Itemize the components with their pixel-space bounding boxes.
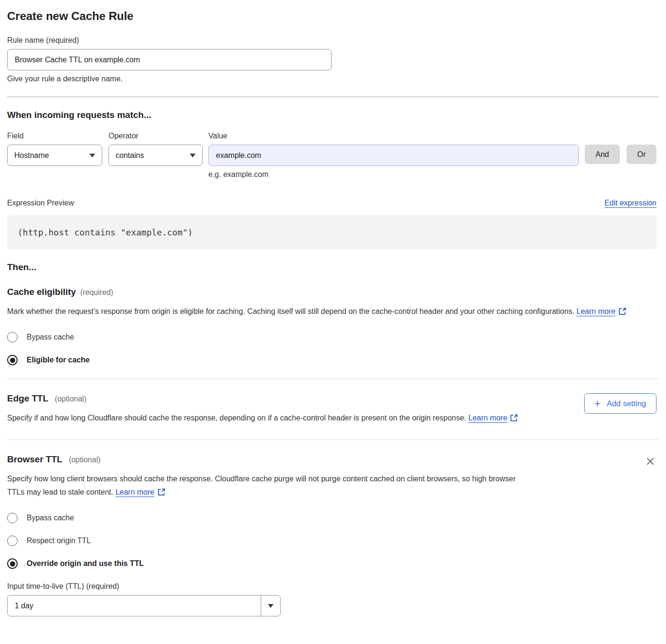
radio-option-eligible-for-cache[interactable]: Eligible for cache <box>7 355 656 365</box>
ttl-select-arrow[interactable] <box>261 595 280 616</box>
cache-eligibility-description: Mark whether the request’s response from… <box>7 305 645 320</box>
radio-icon[interactable] <box>7 355 18 365</box>
chevron-down-icon <box>190 154 196 157</box>
section-divider <box>7 97 659 97</box>
section-divider <box>7 379 659 379</box>
radio-option-bypass-cache-browser[interactable]: Bypass cache <box>7 513 656 523</box>
or-button[interactable]: Or <box>627 145 656 164</box>
value-helper: e.g. example.com <box>208 170 579 179</box>
expression-code: (http.host contains "example.com") <box>18 227 193 237</box>
expression-code-box: (http.host contains "example.com") <box>7 215 656 249</box>
field-select[interactable]: Hostname <box>7 145 102 166</box>
close-icon <box>645 456 656 467</box>
browser-ttl-learn-more-link[interactable]: Learn more <box>116 488 155 496</box>
operator-select-value: contains <box>116 151 144 160</box>
radio-label: Bypass cache <box>27 333 74 342</box>
radio-icon[interactable] <box>7 558 18 569</box>
ttl-input-label: Input time-to-live (TTL) (required) <box>7 582 656 591</box>
rule-name-input[interactable] <box>7 49 332 70</box>
radio-option-bypass-cache[interactable]: Bypass cache <box>7 332 656 342</box>
plus-icon: + <box>595 399 601 409</box>
chevron-down-icon <box>89 154 95 157</box>
radio-icon[interactable] <box>7 536 18 546</box>
chevron-down-icon <box>268 604 274 608</box>
cache-eligibility-description-text: Mark whether the request’s response from… <box>7 307 574 315</box>
cache-eligibility-requirement: (required) <box>80 288 113 297</box>
radio-label: Eligible for cache <box>27 356 89 364</box>
external-link-icon <box>510 413 518 426</box>
edge-ttl-learn-more-link[interactable]: Learn more <box>469 414 508 422</box>
radio-icon[interactable] <box>7 332 18 342</box>
then-heading: Then... <box>7 262 656 273</box>
browser-ttl-description: Specify how long client browsers should … <box>7 472 523 500</box>
browser-ttl-title: Browser TTL <box>7 454 62 464</box>
rule-name-helper: Give your rule a descriptive name. <box>7 75 656 83</box>
edge-ttl-title: Edge TTL <box>7 393 49 403</box>
add-setting-label: Add setting <box>607 399 646 408</box>
edge-ttl-requirement: (optional) <box>55 395 87 403</box>
external-link-icon <box>618 306 627 320</box>
field-label: Field <box>7 132 102 140</box>
operator-select[interactable]: contains <box>108 145 203 166</box>
value-input[interactable] <box>208 145 579 166</box>
cache-eligibility-learn-more-link[interactable]: Learn more <box>577 307 616 315</box>
match-builder-row: Field Hostname Operator contains Value e… <box>7 132 656 179</box>
external-link-icon <box>157 487 166 500</box>
section-divider <box>7 439 659 440</box>
browser-ttl-requirement: (optional) <box>69 456 101 464</box>
field-select-value: Hostname <box>14 151 49 160</box>
ttl-select-value: 1 day <box>8 595 261 616</box>
ttl-select[interactable]: 1 day <box>7 595 281 616</box>
match-section-heading: When incoming requests match... <box>7 110 656 120</box>
radio-label: Bypass cache <box>27 514 74 522</box>
radio-icon[interactable] <box>7 513 18 523</box>
edge-ttl-description-text: Specify if and how long Cloudflare shoul… <box>7 414 466 422</box>
remove-browser-ttl-button[interactable] <box>644 455 656 468</box>
value-label: Value <box>208 132 579 140</box>
radio-label: Override origin and use this TTL <box>27 559 144 568</box>
expression-preview-label: Expression Preview <box>7 199 74 207</box>
cache-eligibility-title: Cache eligibility <box>7 287 76 297</box>
and-button[interactable]: And <box>585 145 620 164</box>
browser-ttl-description-text: Specify how long client browsers should … <box>7 475 516 496</box>
add-setting-button[interactable]: + Add setting <box>584 393 656 414</box>
radio-option-respect-origin-ttl[interactable]: Respect origin TTL <box>7 536 656 546</box>
operator-label: Operator <box>108 132 203 140</box>
edit-expression-link[interactable]: Edit expression <box>605 199 656 207</box>
radio-option-override-origin-ttl[interactable]: Override origin and use this TTL <box>7 558 656 569</box>
edge-ttl-description: Specify if and how long Cloudflare shoul… <box>7 411 518 426</box>
rule-name-label: Rule name (required) <box>7 36 656 45</box>
radio-label: Respect origin TTL <box>27 537 91 545</box>
page-title: Create new Cache Rule <box>7 10 656 23</box>
